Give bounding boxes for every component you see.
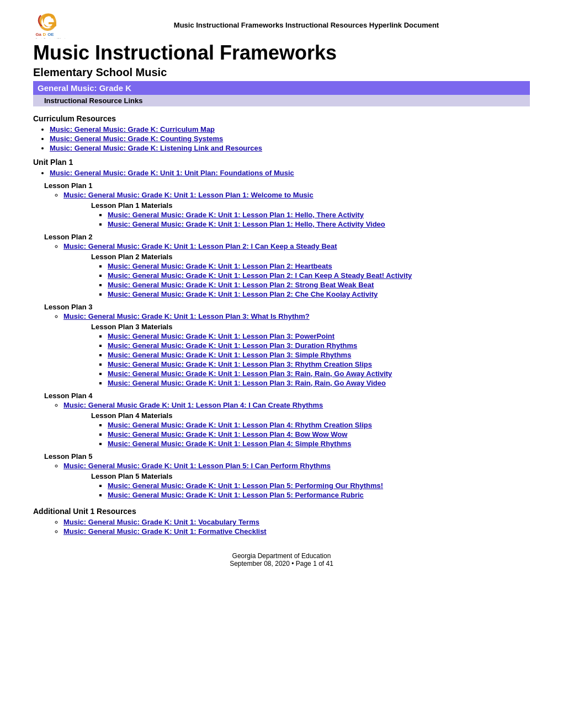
lesson3-mat-3[interactable]: Music: General Music: Grade K: Unit 1: L…: [108, 351, 351, 359]
lesson4-mat-3[interactable]: Music: General Music: Grade K: Unit 1: L…: [108, 440, 351, 448]
curriculum-heading: Curriculum Resources: [33, 114, 530, 123]
gadoe-logo: Ga D OE Georgia Department of Education: [33, 11, 72, 39]
lesson1-link-item[interactable]: Music: General Music: Grade K: Unit 1: L…: [63, 191, 530, 228]
curriculum-list: Music: General Music: Grade K: Curriculu…: [50, 125, 530, 152]
list-item[interactable]: Music: General Music: Grade K: Curriculu…: [50, 125, 530, 133]
footer-line1: Georgia Department of Education: [33, 552, 530, 560]
lesson3-link-item[interactable]: Music: General Music: Grade K: Unit 1: L…: [63, 312, 530, 387]
lesson1-mat-1[interactable]: Music: General Music: Grade K: Unit 1: L…: [108, 211, 364, 219]
curriculum-link-1[interactable]: Music: General Music: Grade K: Curriculu…: [50, 125, 215, 133]
lesson1-materials-label: Lesson Plan 1 Materials: [91, 201, 530, 210]
curriculum-link-3[interactable]: Music: General Music: Grade K: Listening…: [50, 144, 262, 152]
lesson1-label: Lesson Plan 1: [44, 181, 530, 190]
grade-bar: General Music: Grade K: [33, 81, 530, 95]
resource-links-bar: Instructional Resource Links: [33, 95, 530, 106]
lesson5-materials-label: Lesson Plan 5 Materials: [91, 472, 530, 480]
lesson5-label: Lesson Plan 5: [44, 452, 530, 461]
lesson2-link-item[interactable]: Music: General Music: Grade K: Unit 1: L…: [63, 242, 530, 298]
lesson1-link[interactable]: Music: General Music: Grade K: Unit 1: L…: [63, 191, 314, 199]
unit1-link[interactable]: Music: General Music: Grade K: Unit 1: U…: [50, 169, 294, 177]
list-item[interactable]: Music: General Music: Grade K: Unit 1: L…: [108, 370, 530, 378]
lesson2-link[interactable]: Music: General Music: Grade K: Unit 1: L…: [63, 242, 337, 250]
unit1-label: Unit Plan 1: [33, 158, 530, 167]
list-item[interactable]: Music: General Music: Grade K: Unit 1: L…: [108, 271, 530, 280]
lesson5-link-item[interactable]: Music: General Music: Grade K: Unit 1: L…: [63, 462, 530, 499]
sub-title: Elementary School Music: [33, 66, 530, 79]
lesson2-mat-1[interactable]: Music: General Music: Grade K: Unit 1: L…: [108, 262, 332, 270]
list-item[interactable]: Music: General Music: Grade K: Unit 1: L…: [108, 351, 530, 359]
list-item[interactable]: Music: General Music: Grade K: Unit 1: L…: [108, 262, 530, 270]
lesson3-link-list: Music: General Music: Grade K: Unit 1: L…: [63, 312, 530, 387]
list-item[interactable]: Music: General Music: Grade K: Unit 1: F…: [63, 527, 530, 536]
lesson3-mat-6[interactable]: Music: General Music: Grade K: Unit 1: L…: [108, 379, 386, 387]
lesson4-mat-1[interactable]: Music: General Music: Grade K: Unit 1: L…: [108, 421, 372, 429]
lesson3-mat-4[interactable]: Music: General Music: Grade K: Unit 1: L…: [108, 360, 372, 368]
svg-text:Georgia Department of Educatio: Georgia Department of Education: [35, 38, 67, 39]
main-title: Music Instructional Frameworks: [33, 42, 530, 64]
lesson4-materials-label: Lesson Plan 4 Materials: [91, 411, 530, 420]
lesson1-mat-2[interactable]: Music: General Music: Grade K: Unit 1: L…: [108, 220, 385, 228]
list-item[interactable]: Music: General Music: Grade K: Unit 1: L…: [108, 341, 530, 350]
lesson2-link-list: Music: General Music: Grade K: Unit 1: L…: [63, 242, 530, 298]
lesson2-mat-3[interactable]: Music: General Music: Grade K: Unit 1: L…: [108, 281, 374, 289]
lesson5-link[interactable]: Music: General Music: Grade K: Unit 1: L…: [63, 462, 331, 470]
lesson3-label: Lesson Plan 3: [44, 303, 530, 311]
list-item[interactable]: Music: General Music: Grade K: Listening…: [50, 144, 530, 152]
lesson3-materials-label: Lesson Plan 3 Materials: [91, 323, 530, 331]
curriculum-link-2[interactable]: Music: General Music: Grade K: Counting …: [50, 135, 223, 143]
lesson3-link[interactable]: Music: General Music: Grade K: Unit 1: L…: [63, 312, 310, 320]
lesson5-materials-list: Music: General Music: Grade K: Unit 1: L…: [108, 481, 530, 499]
svg-text:OE: OE: [47, 32, 54, 37]
list-item[interactable]: Music: General Music: Grade K: Unit 1: L…: [108, 220, 530, 228]
lesson1-materials-list: Music: General Music: Grade K: Unit 1: L…: [108, 211, 530, 228]
lesson4-link-item[interactable]: Music: General Music Grade K: Unit 1: Le…: [63, 401, 530, 448]
lesson5-mat-2[interactable]: Music: General Music: Grade K: Unit 1: L…: [108, 491, 364, 499]
unit1-link-item[interactable]: Music: General Music: Grade K: Unit 1: U…: [50, 169, 530, 177]
list-item[interactable]: Music: General Music: Grade K: Unit 1: L…: [108, 332, 530, 340]
lesson4-link[interactable]: Music: General Music Grade K: Unit 1: Le…: [63, 401, 323, 409]
lesson2-materials-label: Lesson Plan 2 Materials: [91, 253, 530, 261]
lesson1-link-list: Music: General Music: Grade K: Unit 1: L…: [63, 191, 530, 228]
unit1-link-list: Music: General Music: Grade K: Unit 1: U…: [50, 169, 530, 177]
list-item[interactable]: Music: General Music: Grade K: Unit 1: L…: [108, 481, 530, 490]
footer-line2: September 08, 2020 • Page 1 of 41: [33, 560, 530, 568]
lesson5-link-list: Music: General Music: Grade K: Unit 1: L…: [63, 462, 530, 499]
lesson4-mat-2[interactable]: Music: General Music: Grade K: Unit 1: L…: [108, 430, 347, 438]
list-item[interactable]: Music: General Music: Grade K: Unit 1: L…: [108, 430, 530, 438]
lesson3-mat-5[interactable]: Music: General Music: Grade K: Unit 1: L…: [108, 370, 392, 378]
list-item[interactable]: Music: General Music: Grade K: Unit 1: L…: [108, 360, 530, 368]
svg-text:D: D: [43, 32, 46, 37]
lesson3-mat-1[interactable]: Music: General Music: Grade K: Unit 1: L…: [108, 332, 334, 340]
list-item[interactable]: Music: General Music: Grade K: Unit 1: L…: [108, 211, 530, 219]
list-item[interactable]: Music: General Music: Grade K: Unit 1: L…: [108, 491, 530, 499]
additional-link-2[interactable]: Music: General Music: Grade K: Unit 1: F…: [63, 527, 267, 536]
lesson4-materials-list: Music: General Music: Grade K: Unit 1: L…: [108, 421, 530, 448]
lesson4-label: Lesson Plan 4: [44, 392, 530, 400]
document-subtitle: Music Instructional Frameworks Instructi…: [83, 21, 530, 29]
lesson3-materials-list: Music: General Music: Grade K: Unit 1: L…: [108, 332, 530, 387]
list-item[interactable]: Music: General Music: Grade K: Unit 1: L…: [108, 440, 530, 448]
additional-resources-heading: Additional Unit 1 Resources: [33, 507, 530, 516]
lesson2-materials-list: Music: General Music: Grade K: Unit 1: L…: [108, 262, 530, 298]
list-item[interactable]: Music: General Music: Grade K: Unit 1: V…: [63, 518, 530, 526]
list-item[interactable]: Music: General Music: Grade K: Unit 1: L…: [108, 379, 530, 387]
lesson3-mat-2[interactable]: Music: General Music: Grade K: Unit 1: L…: [108, 341, 357, 350]
footer: Georgia Department of Education Septembe…: [33, 552, 530, 568]
lesson2-mat-4[interactable]: Music: General Music: Grade K: Unit 1: L…: [108, 290, 378, 298]
additional-resources-list: Music: General Music: Grade K: Unit 1: V…: [63, 518, 530, 536]
additional-link-1[interactable]: Music: General Music: Grade K: Unit 1: V…: [63, 518, 259, 526]
lesson4-link-list: Music: General Music Grade K: Unit 1: Le…: [63, 401, 530, 448]
lesson5-mat-1[interactable]: Music: General Music: Grade K: Unit 1: L…: [108, 481, 383, 490]
list-item[interactable]: Music: General Music: Grade K: Unit 1: L…: [108, 421, 530, 429]
svg-text:Ga: Ga: [35, 32, 41, 37]
lesson2-mat-2[interactable]: Music: General Music: Grade K: Unit 1: L…: [108, 271, 412, 280]
list-item[interactable]: Music: General Music: Grade K: Unit 1: L…: [108, 290, 530, 298]
lesson2-label: Lesson Plan 2: [44, 233, 530, 241]
list-item[interactable]: Music: General Music: Grade K: Counting …: [50, 135, 530, 143]
list-item[interactable]: Music: General Music: Grade K: Unit 1: L…: [108, 281, 530, 289]
